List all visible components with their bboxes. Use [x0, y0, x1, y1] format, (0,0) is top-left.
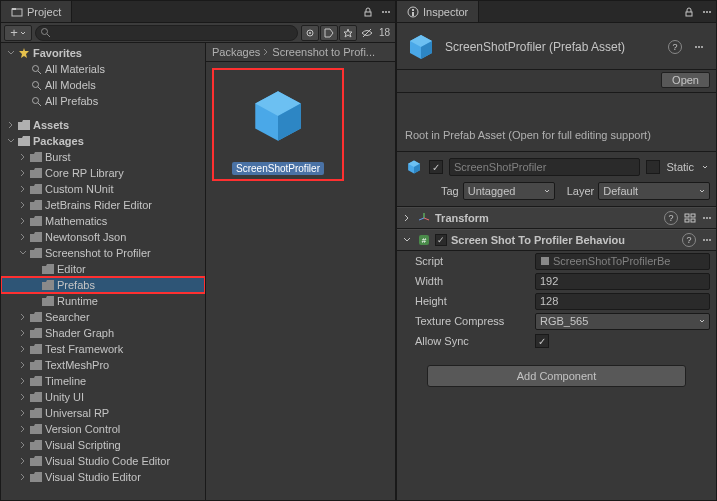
- lock-icon[interactable]: [359, 1, 377, 22]
- transform-icon: [417, 211, 431, 225]
- svg-point-35: [706, 217, 708, 219]
- add-component-button[interactable]: Add Component: [427, 365, 686, 387]
- svg-point-3: [382, 11, 384, 13]
- tree-fav-item[interactable]: All Materials: [1, 61, 205, 77]
- tree-pkg-item[interactable]: Version Control: [1, 421, 205, 437]
- menu-icon[interactable]: [377, 1, 395, 22]
- filter-by-type-icon[interactable]: [301, 25, 319, 41]
- folder-icon: [29, 246, 43, 260]
- transform-header[interactable]: Transform ?: [397, 207, 716, 229]
- gameobject-name-field[interactable]: ScreenShotProfiler: [449, 158, 640, 176]
- tree-packages[interactable]: Packages: [1, 133, 205, 149]
- breadcatumb[interactable]: Packages Screenshot to Profi...: [206, 43, 395, 62]
- tree-pkg-item[interactable]: Visual Studio Code Editor: [1, 453, 205, 469]
- tree-pkg-item[interactable]: Visual Scripting: [1, 437, 205, 453]
- tree-pkg-item[interactable]: Newtonsoft Json: [1, 229, 205, 245]
- menu-icon[interactable]: [698, 1, 716, 22]
- svg-rect-30: [685, 214, 689, 217]
- asset-item[interactable]: ScreenShotProfiler: [214, 70, 342, 179]
- tree-pkg-item[interactable]: Unity UI: [1, 389, 205, 405]
- height-field[interactable]: 128: [535, 293, 710, 310]
- gameobject-row: ✓ ScreenShotProfiler Static: [397, 152, 716, 179]
- width-field[interactable]: 192: [535, 273, 710, 290]
- help-icon[interactable]: ?: [668, 40, 682, 54]
- tree-pkg-item[interactable]: Universal RP: [1, 405, 205, 421]
- tree-pkg-item[interactable]: TextMeshPro: [1, 357, 205, 373]
- tree-editor-folder[interactable]: Editor: [1, 261, 205, 277]
- folder-icon: [29, 198, 43, 212]
- save-search-icon[interactable]: [339, 25, 357, 41]
- svg-line-16: [38, 103, 41, 106]
- tree-prefabs-folder[interactable]: Prefabs: [1, 277, 205, 293]
- tree-pkg-item[interactable]: Test Framework: [1, 341, 205, 357]
- script-icon: #: [417, 233, 431, 247]
- help-icon[interactable]: ?: [664, 211, 678, 225]
- tree-fav-item[interactable]: All Models: [1, 77, 205, 93]
- search-icon: [29, 78, 43, 92]
- tree-pkg-item[interactable]: Shader Graph: [1, 325, 205, 341]
- folder-icon: [29, 470, 43, 484]
- preset-icon[interactable]: [684, 213, 696, 223]
- menu-icon[interactable]: [690, 42, 708, 52]
- tree-pkg-item[interactable]: Mathematics: [1, 213, 205, 229]
- prop-allow-sync: Allow Sync ✓: [397, 331, 716, 351]
- help-icon[interactable]: ?: [682, 233, 696, 247]
- tree-favorites[interactable]: Favorites: [1, 45, 205, 61]
- svg-line-28: [424, 218, 429, 220]
- behaviour-header[interactable]: # ✓ Screen Shot To Profiler Behaviou ?: [397, 229, 716, 251]
- folder-icon: [29, 150, 43, 164]
- svg-point-4: [385, 11, 387, 13]
- breadcrumb-item[interactable]: Packages: [212, 46, 260, 58]
- create-button[interactable]: +: [4, 25, 32, 41]
- tab-project[interactable]: Project: [1, 1, 72, 22]
- folder-icon: [41, 294, 55, 308]
- active-checkbox[interactable]: ✓: [429, 160, 443, 174]
- svg-text:#: #: [422, 236, 427, 245]
- tree-assets[interactable]: Assets: [1, 117, 205, 133]
- folder-icon: [29, 230, 43, 244]
- prefab-icon: [405, 31, 437, 63]
- tree-pkg-item[interactable]: Searcher: [1, 309, 205, 325]
- tree-pkg-screenshot[interactable]: Screenshot to Profiler: [1, 245, 205, 261]
- script-field[interactable]: ScreenShotToProfilerBe: [535, 253, 710, 270]
- lock-icon[interactable]: [680, 1, 698, 22]
- folder-icon: [29, 214, 43, 228]
- static-dropdown-icon[interactable]: [700, 164, 710, 170]
- inspector-header: ScreenShotProfiler (Prefab Asset) ?: [397, 23, 716, 70]
- tree-pkg-item[interactable]: Visual Studio Editor: [1, 469, 205, 485]
- menu-icon[interactable]: [702, 213, 712, 223]
- tree-pkg-item[interactable]: Custom NUnit: [1, 181, 205, 197]
- static-label: Static: [666, 161, 694, 173]
- texture-compress-dropdown[interactable]: RGB_565: [535, 313, 710, 330]
- tree-runtime-folder[interactable]: Runtime: [1, 293, 205, 309]
- inspector-title: ScreenShotProfiler (Prefab Asset): [445, 40, 660, 54]
- svg-point-40: [706, 239, 708, 241]
- tree-pkg-item[interactable]: Burst: [1, 149, 205, 165]
- static-checkbox[interactable]: [646, 160, 660, 174]
- breadcrumb-item[interactable]: Screenshot to Profi...: [272, 46, 375, 58]
- prop-width: Width 192: [397, 271, 716, 291]
- tab-inspector[interactable]: Inspector: [397, 1, 479, 22]
- layer-dropdown[interactable]: Default: [598, 182, 710, 200]
- filter-by-label-icon[interactable]: [320, 25, 338, 41]
- tree-fav-item[interactable]: All Prefabs: [1, 93, 205, 109]
- component-enable-checkbox[interactable]: ✓: [435, 234, 447, 246]
- svg-rect-18: [412, 9, 414, 11]
- open-button[interactable]: Open: [661, 72, 710, 88]
- tree-pkg-item[interactable]: JetBrains Rider Editor: [1, 197, 205, 213]
- menu-icon[interactable]: [702, 235, 712, 245]
- tag-label: Tag: [441, 185, 459, 197]
- svg-point-26: [701, 46, 703, 48]
- hidden-toggle-icon[interactable]: [358, 25, 376, 41]
- star-icon: [17, 46, 31, 60]
- script-icon: [540, 256, 550, 266]
- allow-sync-checkbox[interactable]: ✓: [535, 334, 549, 348]
- svg-point-36: [709, 217, 711, 219]
- tree-pkg-item[interactable]: Timeline: [1, 373, 205, 389]
- search-input[interactable]: [35, 25, 298, 41]
- svg-rect-42: [541, 257, 549, 265]
- svg-point-34: [703, 217, 705, 219]
- tree-pkg-item[interactable]: Core RP Library: [1, 165, 205, 181]
- tag-layer-row: Tag Untagged Layer Default: [397, 179, 716, 207]
- tag-dropdown[interactable]: Untagged: [463, 182, 555, 200]
